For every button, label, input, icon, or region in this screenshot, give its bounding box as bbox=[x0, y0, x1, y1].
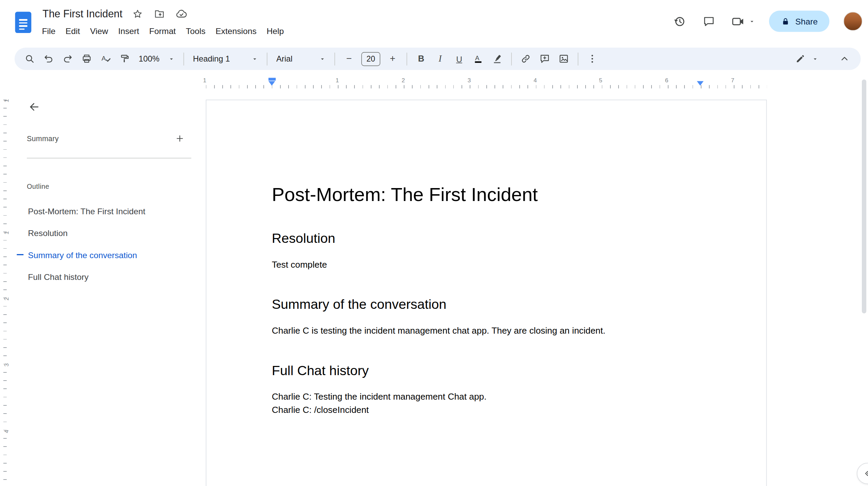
right-indent-marker[interactable] bbox=[697, 81, 704, 86]
open-comments-button[interactable] bbox=[701, 13, 717, 29]
chevron-down-icon bbox=[319, 56, 326, 62]
decrease-font-size-button[interactable]: − bbox=[341, 50, 357, 67]
toolbar: A 100% Heading 1 Arial − 20 + B I U A bbox=[15, 48, 861, 70]
search-icon bbox=[24, 53, 35, 64]
ruler-number: 1 bbox=[203, 77, 206, 83]
redo-button[interactable] bbox=[59, 50, 76, 67]
menu-file[interactable]: File bbox=[37, 24, 60, 38]
menu-help[interactable]: Help bbox=[262, 24, 289, 38]
google-docs-window: The First Incident FileEditViewInsertFor… bbox=[0, 0, 868, 486]
account-avatar[interactable] bbox=[844, 12, 863, 31]
add-comment-button[interactable] bbox=[536, 50, 553, 67]
video-camera-icon bbox=[731, 14, 745, 28]
insert-image-button[interactable] bbox=[555, 50, 572, 67]
toolbar-divider bbox=[406, 52, 407, 65]
increase-font-size-button[interactable]: + bbox=[384, 50, 401, 67]
ruler-number: 1 bbox=[3, 231, 10, 235]
document-heading-1[interactable]: Post-Mortem: The First Incident bbox=[272, 183, 699, 205]
more-toolbar-options-button[interactable] bbox=[584, 50, 601, 67]
hide-menus-button[interactable] bbox=[836, 50, 853, 67]
search-menus-button[interactable] bbox=[21, 50, 38, 67]
ruler-number: 1 bbox=[336, 77, 339, 83]
document-heading-2[interactable]: Resolution bbox=[272, 230, 699, 247]
left-indent-marker[interactable] bbox=[268, 81, 275, 86]
add-comment-icon bbox=[539, 53, 550, 64]
document-title[interactable]: The First Incident bbox=[42, 8, 122, 20]
menu-bar: FileEditViewInsertFormatToolsExtensionsH… bbox=[37, 24, 289, 38]
outline-item[interactable]: Post-Mortem: The First Incident bbox=[27, 200, 190, 222]
outline-item[interactable]: Summary of the conversation bbox=[27, 244, 190, 266]
menu-edit[interactable]: Edit bbox=[60, 24, 85, 38]
ruler-number: 3 bbox=[468, 77, 471, 83]
bold-button[interactable]: B bbox=[413, 50, 429, 67]
sidebar-divider bbox=[27, 158, 191, 158]
paragraph-styles-select[interactable]: Heading 1 bbox=[189, 50, 262, 67]
version-history-button[interactable] bbox=[672, 13, 687, 29]
font-size-input[interactable]: 20 bbox=[361, 52, 380, 66]
document-paragraph[interactable]: Charlie C is testing the incident manage… bbox=[272, 324, 699, 337]
ruler-number: 6 bbox=[665, 77, 669, 83]
cloud-status-icon[interactable] bbox=[174, 7, 188, 20]
vertical-ruler: 11234 bbox=[0, 0, 10, 486]
italic-button[interactable]: I bbox=[432, 50, 448, 67]
comment-bubble-icon bbox=[703, 15, 716, 28]
move-folder-icon[interactable] bbox=[153, 7, 166, 20]
ruler-number: 5 bbox=[599, 77, 603, 83]
chevron-down-icon bbox=[812, 56, 818, 62]
font-family-select[interactable]: Arial bbox=[272, 50, 330, 67]
close-outline-button[interactable] bbox=[27, 100, 41, 114]
editing-mode-select[interactable] bbox=[792, 53, 822, 64]
link-icon bbox=[520, 53, 531, 64]
docs-logo-icon[interactable] bbox=[15, 12, 31, 33]
insert-link-button[interactable] bbox=[517, 50, 534, 67]
outline-item[interactable]: Full Chat history bbox=[27, 266, 190, 288]
text-color-icon: A bbox=[473, 53, 484, 64]
vertical-scrollbar[interactable] bbox=[862, 80, 866, 314]
toolbar-divider bbox=[511, 52, 512, 65]
pencil-edit-icon bbox=[795, 53, 806, 64]
document-paragraph[interactable]: Charlie C: Testing the incident manageme… bbox=[272, 390, 699, 403]
first-line-indent-marker[interactable] bbox=[268, 78, 276, 81]
menu-tools[interactable]: Tools bbox=[181, 24, 210, 38]
share-label: Share bbox=[795, 17, 818, 26]
join-call-button[interactable] bbox=[731, 14, 755, 28]
highlighter-icon bbox=[491, 53, 503, 64]
document-page[interactable]: Post-Mortem: The First IncidentResolutio… bbox=[206, 100, 767, 486]
menu-format[interactable]: Format bbox=[144, 24, 181, 38]
document-paragraph[interactable]: Charlie C: /closeIncident bbox=[272, 403, 699, 417]
document-heading-2[interactable]: Full Chat history bbox=[272, 362, 699, 379]
menu-view[interactable]: View bbox=[85, 24, 113, 38]
outline-item[interactable]: Resolution bbox=[27, 222, 190, 244]
undo-icon bbox=[43, 53, 54, 64]
menu-insert[interactable]: Insert bbox=[113, 24, 144, 38]
menu-extensions[interactable]: Extensions bbox=[210, 24, 261, 38]
outline-heading: Outline bbox=[27, 182, 49, 190]
summary-heading: Summary bbox=[27, 134, 59, 143]
underline-button[interactable]: U bbox=[451, 50, 467, 67]
ruler-number: 4 bbox=[534, 77, 537, 83]
chevron-down-icon bbox=[168, 56, 174, 62]
print-button[interactable] bbox=[78, 50, 95, 67]
zoom-select[interactable]: 100% bbox=[134, 50, 179, 67]
document-paragraph[interactable]: Test complete bbox=[272, 258, 699, 271]
ruler-number: 7 bbox=[731, 77, 734, 83]
highlight-color-button[interactable] bbox=[489, 50, 505, 67]
undo-button[interactable] bbox=[40, 50, 57, 67]
more-vertical-icon bbox=[587, 53, 598, 64]
horizontal-ruler: 11234567 bbox=[0, 76, 868, 90]
outline-list: Post-Mortem: The First IncidentResolutio… bbox=[27, 200, 190, 288]
zoom-value: 100% bbox=[139, 54, 159, 63]
header: The First Incident FileEditViewInsertFor… bbox=[0, 0, 868, 47]
back-arrow-icon bbox=[28, 101, 40, 113]
styles-value: Heading 1 bbox=[193, 54, 230, 63]
redo-icon bbox=[62, 53, 73, 64]
paint-roller-icon bbox=[119, 53, 131, 64]
star-icon[interactable] bbox=[131, 7, 144, 20]
add-summary-button[interactable] bbox=[173, 132, 186, 144]
document-heading-2[interactable]: Summary of the conversation bbox=[272, 296, 699, 313]
text-color-button[interactable]: A bbox=[470, 50, 486, 67]
spellcheck-button[interactable]: A bbox=[97, 50, 114, 67]
ruler-number: 2 bbox=[402, 77, 405, 83]
paint-format-button[interactable] bbox=[116, 50, 133, 67]
share-button[interactable]: Share bbox=[769, 11, 830, 32]
